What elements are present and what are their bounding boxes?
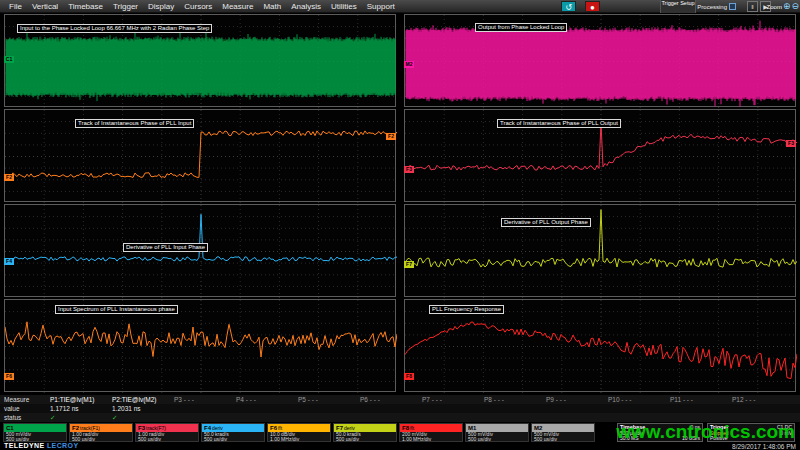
menu-item-utilities[interactable]: Utilities: [326, 0, 362, 13]
zoom-controls: Zoom ⊕ ⊖: [767, 1, 799, 12]
panel-track-output: Track of Instantaneous Phase of PLL Outp…: [404, 109, 796, 202]
measure-name-P4[interactable]: P4 - - -: [236, 395, 298, 404]
waveform-pll-output: [405, 15, 797, 108]
zoom-in-icon[interactable]: ⊕: [783, 1, 791, 12]
descriptor-F7[interactable]: F7deriv50.0 krad/s500 µs/div: [333, 423, 397, 442]
measure-table: MeasureP1:TIE@lv(M1)P2:TIE@lv(M2)P3 - - …: [0, 395, 800, 422]
zoom-label: Zoom: [767, 4, 782, 10]
measure-name-P7[interactable]: P7 - - -: [422, 395, 484, 404]
trace-tag-F8[interactable]: F8: [404, 373, 414, 380]
panel-track-input: Track of Instantaneous Phase of PLL Inpu…: [4, 109, 396, 202]
panel-title-deriv-input: Derivative of PLL Input Phase: [123, 243, 208, 252]
measure-value-P3: [174, 404, 236, 413]
panel-title-track-input: Track of Instantaneous Phase of PLL Inpu…: [75, 119, 194, 128]
panel-title-pll-output: Output from Phase Locked Loop: [475, 23, 567, 32]
measure-name-P9[interactable]: P9 - - -: [546, 395, 608, 404]
brand-logo: TELEDYNE LECROY: [4, 442, 78, 449]
panel-deriv-input: Derivative of PLL Input PhaseF4: [4, 204, 396, 297]
record-icon[interactable]: ●: [585, 1, 600, 12]
menu-item-cursors[interactable]: Cursors: [179, 0, 217, 13]
measure-status-P8: [484, 413, 546, 422]
measure-value-P1: 1.1712 ns: [50, 404, 112, 413]
measure-name-P5[interactable]: P5 - - -: [298, 395, 360, 404]
descriptor-M2[interactable]: M2500 mV/div500 µs/div: [531, 423, 595, 442]
trace-tag-M2[interactable]: M2: [404, 61, 414, 68]
trace-tag-F7[interactable]: F7: [404, 261, 414, 268]
panel-input-spectrum: Input Spectrum of PLL Instantaneous phas…: [4, 299, 396, 392]
panel-title-freq-response: PLL Frequency Response: [429, 305, 504, 314]
oscilloscope-screen: FileVerticalTimebaseTriggerDisplayCursor…: [0, 0, 800, 450]
measure-status-P2: ✓: [112, 413, 174, 422]
processing-label: Processing: [697, 4, 727, 10]
waveform-deriv-output: [405, 205, 797, 298]
menu-item-display[interactable]: Display: [143, 0, 179, 13]
descriptor-F8[interactable]: F8fft200 mV/div1.00 MHz/div: [399, 423, 463, 442]
measure-row-label-value: value: [0, 404, 50, 413]
processing-indicator: Processing: [697, 3, 736, 10]
menu-item-analysis[interactable]: Analysis: [286, 0, 326, 13]
measure-row-label-status: status: [0, 413, 50, 422]
measure-status-P7: [422, 413, 484, 422]
measure-status-P9: [546, 413, 608, 422]
measure-name-P1[interactable]: P1:TIE@lv(M1): [50, 395, 112, 404]
brand-teledyne: TELEDYNE: [4, 442, 45, 449]
descriptor-C1[interactable]: C1500 mV/div500 µs/div: [3, 423, 67, 442]
measure-name-P6[interactable]: P6 - - -: [360, 395, 422, 404]
descriptor-F4[interactable]: F4deriv50.0 krad/s500 µs/div: [201, 423, 265, 442]
panel-pll-input: Input to the Phase Locked Loop 66.667 MH…: [4, 14, 396, 107]
trace-tag-F3[interactable]: F3: [404, 166, 414, 173]
trace-level-tag-F3: F3: [786, 140, 796, 147]
measure-name-P8[interactable]: P8 - - -: [484, 395, 546, 404]
measure-status-P4: [236, 413, 298, 422]
trigger-setup-button[interactable]: Trigger Setup: [660, 0, 696, 13]
measure-status-P5: [298, 413, 360, 422]
measure-status-P6: [360, 413, 422, 422]
trace-level-tag-F2: F2: [386, 133, 396, 140]
measure-value-P11: [670, 404, 732, 413]
waveform-track-input: [5, 110, 397, 203]
panel-deriv-output: Derivative of PLL Output PhaseF7: [404, 204, 796, 297]
menu-item-trigger[interactable]: Trigger: [108, 0, 143, 13]
measure-row-label-measure: Measure: [0, 395, 50, 404]
measure-status-P1: ✓: [50, 413, 112, 422]
measure-value-P2: 1.2031 ns: [112, 404, 174, 413]
descriptor-F6[interactable]: F6fft10.0 dB/div1.00 MHz/div: [267, 423, 331, 442]
menu-item-math[interactable]: Math: [258, 0, 286, 13]
footer-bar: TELEDYNE LECROY 8/29/2017 1:48:06 PM: [0, 442, 800, 450]
panel-title-deriv-output: Derivative of PLL Output Phase: [501, 218, 591, 227]
descriptor-M1[interactable]: M1500 mV/div500 µs/div: [465, 423, 529, 442]
trace-tag-F6[interactable]: F6: [4, 373, 14, 380]
measure-name-P12[interactable]: P12 - - -: [732, 395, 794, 404]
trace-tag-F2[interactable]: F2: [4, 174, 14, 181]
measure-value-P12: [732, 404, 794, 413]
pause-button[interactable]: ‖: [747, 1, 758, 12]
panel-pll-output: Output from Phase Locked LoopM2: [404, 14, 796, 107]
measure-value-P7: [422, 404, 484, 413]
descriptor-F2[interactable]: F2track(F1)1.00 rad/div500 µs/div: [69, 423, 133, 442]
zoom-out-icon[interactable]: ⊖: [791, 1, 799, 12]
descriptor-F3[interactable]: F3track(F7)1.00 rad/div500 µs/div: [135, 423, 199, 442]
measure-name-P10[interactable]: P10 - - -: [608, 395, 670, 404]
menu-item-file[interactable]: File: [4, 0, 27, 13]
panel-title-pll-input: Input to the Phase Locked Loop 66.667 MH…: [17, 24, 212, 33]
brand-lecroy: LECROY: [47, 442, 79, 449]
measure-value-P6: [360, 404, 422, 413]
trace-tag-C1[interactable]: C1: [4, 56, 14, 63]
trace-tag-F4[interactable]: F4: [4, 258, 14, 265]
watermark-text: www.cntronics.com: [616, 421, 795, 443]
menu-item-measure[interactable]: Measure: [217, 0, 258, 13]
menu-item-timebase[interactable]: Timebase: [63, 0, 108, 13]
measure-value-P4: [236, 404, 298, 413]
measure-value-P8: [484, 404, 546, 413]
measure-value-P5: [298, 404, 360, 413]
measure-name-P11[interactable]: P11 - - -: [670, 395, 732, 404]
descriptor-strip: C1500 mV/div500 µs/divF2track(F1)1.00 ra…: [3, 423, 595, 442]
menu-item-support[interactable]: Support: [362, 0, 400, 13]
menu-item-vertical[interactable]: Vertical: [27, 0, 63, 13]
measure-name-P2[interactable]: P2:TIE@lv(M2): [112, 395, 174, 404]
measure-name-P3[interactable]: P3 - - -: [174, 395, 236, 404]
undo-icon[interactable]: ↺: [561, 1, 576, 12]
panel-freq-response: PLL Frequency ResponseF8: [404, 299, 796, 392]
processing-icon: [729, 3, 736, 10]
measure-status-P3: [174, 413, 236, 422]
